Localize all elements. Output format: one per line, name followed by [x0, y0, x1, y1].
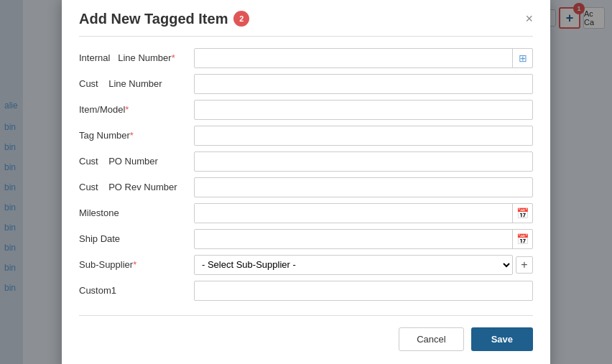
internal-line-number-row: Internal Line Number* ⊞ — [79, 48, 533, 68]
custom1-label: Custom1 — [79, 285, 194, 296]
item-model-input[interactable] — [194, 100, 533, 120]
cust-po-number-input[interactable] — [194, 151, 533, 172]
grid-icon-button[interactable]: ⊞ — [512, 49, 532, 67]
internal-line-number-input-wrapper: ⊞ — [194, 48, 533, 68]
modal-footer: Cancel Save — [79, 315, 533, 351]
sub-supplier-add-button[interactable]: + — [516, 256, 533, 274]
required-marker-3: * — [130, 130, 134, 141]
modal-title-area: Add New Tagged Item 2 — [79, 11, 249, 27]
cancel-button[interactable]: Cancel — [399, 327, 463, 351]
modal-header: Add New Tagged Item 2 × — [79, 11, 533, 37]
custom1-input[interactable] — [194, 281, 533, 301]
sub-supplier-select[interactable]: - Select Sub-Supplier - — [194, 255, 513, 275]
item-model-label: Item/Model* — [79, 104, 194, 115]
sub-supplier-input-group: - Select Sub-Supplier - + — [194, 255, 533, 275]
modal-dialog: Add New Tagged Item 2 × Internal Line Nu… — [62, 0, 550, 364]
tag-number-input[interactable] — [194, 126, 533, 146]
cust-po-rev-label: Cust PO Rev Number — [79, 182, 194, 192]
tag-number-row: Tag Number* — [79, 126, 533, 146]
cust-po-rev-row: Cust PO Rev Number — [79, 177, 533, 197]
required-marker-2: * — [125, 104, 129, 115]
plus-icon-small: + — [521, 258, 527, 271]
modal-title: Add New Tagged Item — [79, 11, 228, 27]
cust-line-number-input[interactable] — [194, 74, 533, 94]
ship-date-input-wrapper: 📅 — [194, 229, 533, 249]
ship-date-label: Ship Date — [79, 233, 194, 244]
cust-po-number-label: Cust PO Number — [79, 156, 194, 167]
required-marker-4: * — [133, 259, 136, 270]
cust-po-number-row: Cust PO Number — [79, 151, 533, 172]
milestone-row: Milestone 📅 — [79, 203, 533, 223]
cust-line-number-label: Cust Line Number — [79, 78, 194, 89]
cust-po-rev-input[interactable] — [194, 177, 533, 197]
internal-line-number-input[interactable] — [195, 49, 512, 67]
grid-icon: ⊞ — [519, 52, 527, 64]
required-marker: * — [172, 52, 175, 63]
cust-line-number-row: Cust Line Number — [79, 74, 533, 94]
milestone-calendar-button[interactable]: 📅 — [512, 204, 532, 223]
save-button[interactable]: Save — [471, 327, 533, 351]
milestone-input-wrapper: 📅 — [194, 203, 533, 223]
ship-date-calendar-button[interactable]: 📅 — [512, 230, 532, 248]
modal-close-button[interactable]: × — [525, 12, 533, 25]
ship-date-input[interactable] — [195, 230, 512, 248]
custom1-row: Custom1 — [79, 281, 533, 301]
sub-supplier-row: Sub-Supplier* - Select Sub-Supplier - + — [79, 255, 533, 275]
sub-supplier-label: Sub-Supplier* — [79, 259, 194, 270]
modal-badge: 2 — [233, 11, 249, 27]
tag-number-label: Tag Number* — [79, 130, 194, 141]
internal-line-number-label: Internal Line Number* — [79, 52, 194, 63]
item-model-row: Item/Model* — [79, 100, 533, 120]
calendar-icon-milestone: 📅 — [516, 207, 529, 219]
calendar-icon-ship-date: 📅 — [516, 233, 529, 245]
milestone-input[interactable] — [195, 204, 512, 223]
milestone-label: Milestone — [79, 207, 194, 218]
ship-date-row: Ship Date 📅 — [79, 229, 533, 249]
